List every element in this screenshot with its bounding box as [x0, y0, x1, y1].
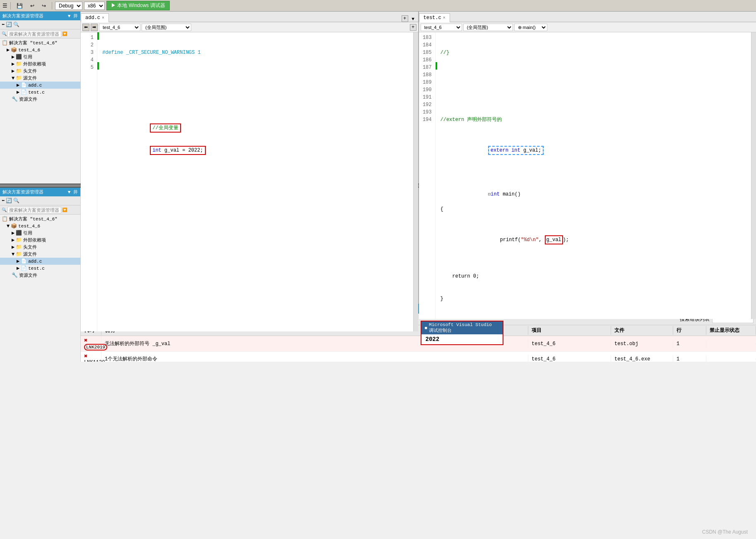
testc-expand: ▶: [17, 89, 19, 95]
error-row-1[interactable]: ✖ LNK2019 无法解析的外部符号 _g_val test_4_6 test…: [81, 336, 756, 352]
left-tab-close-top[interactable]: ×: [102, 16, 104, 20]
platform-dropdown[interactable]: x86: [84, 2, 105, 10]
code-line-3-top: [102, 94, 410, 101]
run-btn[interactable]: ▶ 本地 Windows 调试器: [106, 1, 170, 10]
right-code-content-top[interactable]: //} //extern 声明外部符号的 extern int g_val; ⊟…: [437, 32, 751, 319]
error-row-2[interactable]: ✖ LNK1120 1个无法解析的外部命令 test_4_6 test_4_6.…: [81, 352, 756, 362]
right-tab-close-top[interactable]: ×: [443, 16, 445, 20]
extdeps-icon: 📁: [16, 61, 22, 67]
addc-icon: 📄: [21, 82, 27, 88]
left-scrollbar-top[interactable]: [413, 32, 418, 331]
addc-label-bottom: add.c: [28, 259, 42, 264]
right-tab-empty-top: [450, 22, 756, 22]
right-nav-scope-top[interactable]: (全局范围): [463, 24, 513, 31]
tree-sources-bottom[interactable]: ▼ 📁 源文件: [0, 251, 80, 258]
tree-sources-top[interactable]: ▼ 📁 源文件: [0, 75, 80, 82]
left-nav-add-top[interactable]: +: [410, 24, 417, 31]
left-nav-scope-top[interactable]: (全局范围): [142, 24, 191, 31]
tab-more-top[interactable]: ▼: [408, 17, 418, 22]
console-header-top: ■ Microsoft Visual Studio 调试控制台: [421, 321, 503, 334]
dashed-box-top: extern int g_val;: [488, 146, 544, 155]
extdeps-label-bottom: 外部依赖项: [23, 237, 46, 243]
tree-testc-bottom[interactable]: ▶ 📄 test.c: [0, 265, 80, 272]
rcode-186-top: //extern 声明外部符号的: [441, 116, 748, 123]
left-nav-top: ⬅ ➡ test_4_6 (全局范围) +: [81, 22, 418, 32]
rcode-189-top: ⊟int main(): [441, 183, 748, 191]
solution-label-top: 解决方案 "test_4_6": [9, 40, 58, 46]
sources-label-bottom: 源文件: [23, 251, 37, 257]
project-icon-b: 📦: [11, 223, 17, 229]
console-box-top: ■ Microsoft Visual Studio 调试控制台 2022: [421, 321, 503, 345]
code-line-2-top: [102, 71, 410, 79]
rcode-187-top: extern int g_val;: [441, 138, 748, 146]
watermark: CSDN @The August: [702, 529, 748, 535]
refs-icon-b: ⬛: [16, 230, 22, 236]
tree-solution-top[interactable]: 📋 解决方案 "test_4_6": [0, 39, 80, 46]
testc-icon-b: 📄: [21, 265, 27, 271]
sidebar-search-top[interactable]: 🔍 🔽: [0, 29, 80, 39]
sidebar-search-input-top[interactable]: [7, 31, 61, 37]
redo-btn[interactable]: ↪: [39, 2, 49, 10]
left-tab-addc-top[interactable]: add.c ×: [81, 13, 109, 22]
search-icon-bottom: 🔍: [2, 208, 7, 213]
rcode-193-top: return 0;: [441, 273, 748, 280]
add-tab-btn-top[interactable]: +: [402, 15, 408, 22]
tree-project-bottom[interactable]: ▼ 📦 test_4_6: [0, 222, 80, 230]
sidebar-search-input-bottom[interactable]: [7, 207, 61, 213]
resources-label-top: 资源文件: [19, 96, 37, 102]
tree-addc-bottom[interactable]: ▶ 📄 add.c: [0, 258, 80, 265]
resources-icon-b: 🔧: [12, 272, 18, 278]
testc-label-top: test.c: [28, 90, 45, 95]
rcode-184-top: [441, 71, 748, 79]
rcode-194-top: }: [441, 295, 748, 302]
row2-desc: 1个无法解析的外部命令: [101, 355, 528, 362]
left-nav-file-top[interactable]: test_4_6: [99, 24, 140, 31]
tree-addc-top[interactable]: ▶ 📄 add.c: [0, 82, 80, 89]
left-code-content-top[interactable]: #define _CRT_SECURE_NO_WARNINGS 1 //全局变量…: [99, 32, 413, 331]
tree-resources-top[interactable]: 🔧 资源文件: [0, 96, 80, 103]
right-nav-file-top[interactable]: test_4_6: [421, 24, 462, 31]
config-dropdown[interactable]: Debug: [55, 2, 82, 10]
left-nav-fwd-top[interactable]: ➡: [91, 24, 98, 31]
left-line-numbers-top: 1 2 3 4 5: [81, 32, 97, 331]
sidebar-search-bottom[interactable]: 🔍 🔽: [0, 205, 80, 215]
sources-expand-b: ▼: [12, 251, 14, 257]
refs-expand-b: ▶: [12, 230, 14, 236]
rcode-191-top: printf("%d\n", g_val);: [441, 228, 748, 235]
sidebar-toolbar-bottom: ⬅ 🔄 🔍: [0, 196, 80, 205]
left-nav-back-top[interactable]: ⬅: [82, 24, 89, 31]
solution-label-bottom: 解决方案 "test_4_6": [9, 216, 58, 222]
left-editor-top: add.c × + ▼ ⬅ ➡ test_4_6: [81, 12, 419, 347]
project-expand: ▶: [7, 47, 10, 53]
sidebar-tree-top: 📋 解决方案 "test_4_6" ▶ 📦 test_4_6 ▶ ⬛ 引用 ▶ …: [0, 39, 80, 103]
row1-error-icon: ✖: [84, 337, 87, 344]
tree-extdeps-top[interactable]: ▶ 📁 外部依赖项: [0, 60, 80, 68]
tree-testc-top[interactable]: ▶ 📄 test.c: [0, 89, 80, 96]
sources-label-top: 源文件: [23, 75, 37, 81]
tree-refs-top[interactable]: ▶ ⬛ 引用: [0, 53, 80, 60]
sources-icon-b: 📁: [16, 251, 22, 257]
rcode-185-top: [441, 94, 748, 101]
project-icon: 📦: [11, 47, 17, 53]
tree-refs-bottom[interactable]: ▶ ⬛ 引用: [0, 230, 80, 237]
right-scrollbar-top[interactable]: [751, 32, 756, 319]
refs-icon: ⬛: [16, 54, 22, 60]
right-nav-func-top[interactable]: ⊕ main(): [514, 24, 547, 31]
main-toolbar: ☰ 💾 ↩ ↪ Debug x86 ▶ 本地 Windows 调试器: [0, 0, 756, 12]
tree-resources-bottom[interactable]: 🔧 资源文件: [0, 272, 80, 279]
undo-btn[interactable]: ↩: [27, 2, 37, 10]
col-file: 文件: [611, 326, 673, 335]
extdeps-icon-b: 📁: [16, 237, 22, 243]
tree-solution-bottom[interactable]: 📋 解决方案 "test_4_6": [0, 215, 80, 222]
tree-headers-bottom[interactable]: ▶ 📁 头文件: [0, 244, 80, 251]
right-tab-testc-top[interactable]: test.c ×: [419, 13, 450, 22]
console-body-top: 2022: [421, 334, 503, 344]
row2-error-icon: ✖: [84, 353, 87, 360]
save-btn[interactable]: 💾: [14, 2, 26, 10]
tree-extdeps-bottom[interactable]: ▶ 📁 外部依赖项: [0, 237, 80, 244]
tree-headers-top[interactable]: ▶ 📁 头文件: [0, 68, 80, 75]
tree-project-top[interactable]: ▶ 📦 test_4_6: [0, 46, 80, 53]
extdeps-expand: ▶: [12, 61, 14, 67]
sidebar-bottom: 解决方案资源管理器 ▼ 井 ⬅ 🔄 🔍 🔍 🔽 📋 解决方案 "test_4_6…: [0, 188, 81, 362]
code-line-4-top: //全局变量: [102, 116, 410, 123]
